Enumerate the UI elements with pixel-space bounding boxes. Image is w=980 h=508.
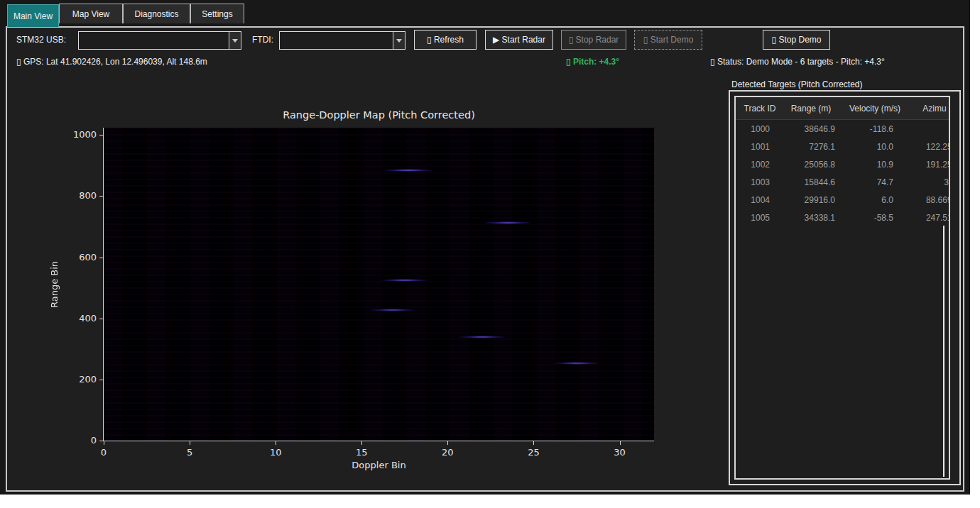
gps-status-text: ▯ GPS: Lat 41.902426, Lon 12.496039, Alt…	[16, 57, 207, 67]
table-cell: 7276.1	[780, 142, 842, 152]
tab-diagnostics[interactable]: Diagnostics	[123, 4, 190, 23]
table-cell: 88.66998	[908, 195, 950, 205]
x-tick-label: 25	[528, 447, 540, 458]
y-tick-label: 600	[64, 252, 97, 263]
ftdi-port-select[interactable]	[279, 31, 405, 50]
table-cell: 45°	[908, 124, 950, 134]
targets-table: Track IDRange (m)Velocity (m/s)Azimu 100…	[734, 96, 950, 480]
y-tick-mark	[99, 258, 104, 258]
column-header-1[interactable]: Range (m)	[780, 104, 842, 114]
stop-radar-button: ▯ Stop Radar	[561, 30, 626, 50]
x-tick-label: 20	[442, 447, 454, 458]
table-cell: 15844.6	[780, 177, 842, 187]
target-streak	[369, 309, 416, 311]
table-cell: 247.5104	[908, 213, 950, 223]
stop-demo-button[interactable]: ▯ Stop Demo	[763, 30, 830, 50]
tab-main-view[interactable]: Main View	[7, 4, 59, 27]
x-tick-label: 10	[270, 447, 282, 458]
table-cell: 1001	[740, 142, 780, 152]
table-row[interactable]: 100429916.06.088.66998	[736, 191, 949, 209]
table-row[interactable]: 100225056.810.9191.2552	[736, 155, 949, 173]
x-tick-label: 30	[614, 447, 626, 458]
x-tick-label: 5	[187, 447, 192, 458]
column-header-2[interactable]: Velocity (m/s)	[842, 104, 908, 114]
x-tick-mark	[361, 441, 362, 445]
targets-table-header: Track IDRange (m)Velocity (m/s)Azimu	[736, 97, 949, 120]
table-cell: 1004	[740, 195, 780, 205]
start-demo-button: ▯ Start Demo	[634, 30, 702, 50]
chart-title: Range-Doppler Map (Pitch Corrected)	[104, 109, 654, 121]
table-cell: 300°	[908, 177, 950, 187]
x-tick-mark	[190, 441, 190, 445]
table-cell: 6.0	[842, 195, 908, 205]
y-tick-mark	[99, 380, 104, 380]
y-tick-label: 1000	[64, 129, 97, 140]
main-view-page: STM32 USB: FTDI: ▯ Refresh ▶ Start Radar…	[6, 26, 964, 492]
table-cell: 10.9	[842, 160, 908, 170]
tab-bar: Main ViewMap ViewDiagnosticsSettings	[0, 0, 970, 27]
targets-panel-title: Detected Targets (Pitch Corrected)	[731, 79, 863, 89]
targets-panel: Track IDRange (m)Velocity (m/s)Azimu 100…	[729, 90, 961, 485]
table-row[interactable]: 10017276.110.0122.2510	[736, 138, 949, 155]
table-cell: 1000	[740, 124, 780, 134]
table-cell: 1002	[740, 160, 780, 170]
y-tick-label: 800	[64, 190, 97, 201]
refresh-button[interactable]: ▯ Refresh	[414, 30, 477, 50]
range-doppler-chart: Range-Doppler Map (Pitch Corrected) Rang…	[103, 128, 654, 441]
tab-settings[interactable]: Settings	[190, 4, 244, 23]
y-tick-mark	[99, 135, 104, 136]
table-cell: 122.2510	[908, 142, 950, 152]
tab-map-view[interactable]: Map View	[59, 4, 123, 23]
stm32-port-value	[79, 32, 229, 49]
target-streak	[382, 169, 435, 172]
x-tick-label: 0	[101, 447, 107, 458]
table-row[interactable]: 100315844.674.7300°	[736, 173, 949, 191]
heatmap-plot-area	[104, 128, 654, 441]
pitch-indicator-text: ▯ Pitch: +4.3°	[566, 57, 619, 67]
chevron-down-icon[interactable]	[393, 32, 405, 49]
x-tick-mark	[276, 441, 276, 445]
table-cell: -58.5	[842, 213, 908, 223]
ftdi-port-value	[280, 32, 393, 49]
table-cell: -118.6	[842, 124, 908, 134]
table-cell: 34338.1	[780, 213, 842, 223]
y-axis-label: Range Bin	[48, 128, 60, 441]
target-streak	[379, 279, 430, 282]
table-cell: 74.7	[842, 177, 908, 187]
x-tick-mark	[447, 441, 448, 445]
scrollbar-line[interactable]	[943, 226, 944, 477]
table-row[interactable]: 100534338.1-58.5247.5104	[736, 209, 949, 226]
y-tick-label: 0	[64, 435, 97, 446]
y-tick-mark	[99, 319, 104, 319]
table-cell: 38646.9	[780, 124, 842, 134]
table-cell: 10.0	[842, 142, 908, 152]
column-header-0[interactable]: Track ID	[740, 104, 780, 114]
y-tick-label: 200	[64, 374, 97, 385]
table-cell: 1003	[740, 177, 780, 187]
table-row[interactable]: 100038646.9-118.645°	[736, 120, 949, 138]
column-header-3[interactable]: Azimu	[908, 104, 950, 114]
targets-table-body: 100038646.9-118.645°10017276.110.0122.25…	[736, 120, 949, 226]
table-cell: 1005	[740, 213, 780, 223]
y-tick-label: 400	[64, 313, 97, 324]
x-tick-mark	[620, 441, 621, 445]
x-tick-mark	[533, 441, 534, 445]
demo-status-text: ▯ Status: Demo Mode - 6 targets - Pitch:…	[710, 57, 885, 67]
chevron-down-icon[interactable]	[229, 32, 241, 49]
ftdi-label: FTDI:	[252, 35, 273, 45]
x-axis-label: Doppler Bin	[104, 460, 654, 470]
app-window: Main ViewMap ViewDiagnosticsSettings STM…	[0, 0, 970, 495]
stm32-usb-label: STM32 USB:	[16, 35, 66, 45]
target-streak	[552, 362, 601, 365]
start-radar-button[interactable]: ▶ Start Radar	[485, 30, 553, 50]
stm32-port-select[interactable]	[78, 31, 241, 50]
x-tick-label: 15	[356, 447, 368, 458]
y-tick-mark	[99, 196, 104, 197]
table-cell: 29916.0	[780, 195, 842, 205]
target-streak	[457, 336, 507, 338]
table-cell: 25056.8	[780, 160, 842, 170]
table-cell: 191.2552	[908, 160, 950, 170]
target-streak	[482, 221, 533, 224]
x-tick-mark	[104, 441, 104, 445]
